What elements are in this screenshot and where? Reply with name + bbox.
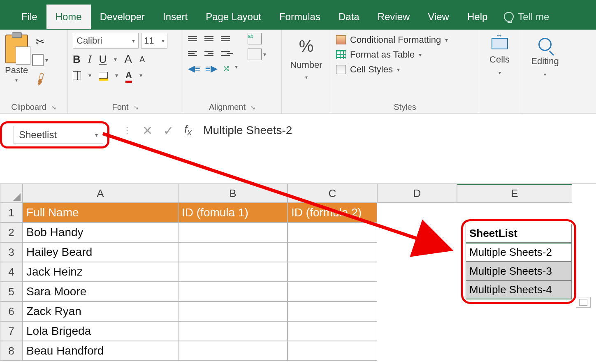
- cell-D1[interactable]: [377, 203, 457, 223]
- chevron-down-icon[interactable]: ▾: [15, 77, 18, 83]
- enter-formula-icon[interactable]: ✓: [163, 123, 174, 138]
- format-as-table-button[interactable]: Format as Table ▾: [336, 49, 474, 60]
- align-right-icon[interactable]: [221, 48, 233, 59]
- chevron-down-icon[interactable]: ▾: [235, 63, 238, 74]
- orientation-icon[interactable]: ⤭: [223, 63, 230, 74]
- cell-A7[interactable]: Lola Brigeda: [23, 321, 178, 341]
- tab-developer[interactable]: Developer: [91, 5, 154, 29]
- cell-D6[interactable]: [377, 301, 457, 321]
- cell-styles-button[interactable]: Cell Styles ▾: [336, 64, 474, 75]
- col-header-B[interactable]: B: [178, 184, 288, 203]
- row-header-8[interactable]: 8: [0, 341, 23, 361]
- chevron-down-icon[interactable]: ▾: [499, 70, 501, 76]
- sheetlist-item-2[interactable]: Multiple Sheets-4: [466, 281, 572, 299]
- cell-C5[interactable]: [288, 282, 377, 301]
- cell-A4[interactable]: Jack Heinz: [23, 262, 178, 282]
- cell-C2[interactable]: [288, 223, 377, 242]
- chevron-down-icon[interactable]: ▾: [263, 51, 266, 58]
- tab-page-layout[interactable]: Page Layout: [197, 5, 270, 29]
- underline-button[interactable]: U: [99, 53, 107, 66]
- cells-format-icon[interactable]: [492, 38, 508, 49]
- cell-A5[interactable]: Sara Moore: [23, 282, 178, 301]
- chevron-down-icon[interactable]: ▾: [544, 72, 546, 77]
- chevron-down-icon[interactable]: ▾: [88, 72, 91, 79]
- cell-B3[interactable]: [178, 242, 288, 262]
- col-header-E[interactable]: E: [457, 184, 572, 203]
- cell-D8[interactable]: [377, 341, 457, 361]
- chevron-down-icon[interactable]: ▾: [115, 72, 118, 79]
- tab-review[interactable]: Review: [369, 5, 419, 29]
- row-header-6[interactable]: 6: [0, 301, 23, 321]
- wrap-text-icon[interactable]: ab: [248, 33, 262, 44]
- cell-C3[interactable]: [288, 242, 377, 262]
- tab-help[interactable]: Help: [458, 5, 496, 29]
- cell-B2[interactable]: [178, 223, 288, 242]
- cell-B6[interactable]: [178, 301, 288, 321]
- cut-icon[interactable]: ✂: [36, 35, 45, 48]
- cell-E7[interactable]: [457, 321, 572, 341]
- row-header-7[interactable]: 7: [0, 321, 23, 341]
- borders-icon[interactable]: [73, 71, 81, 79]
- tab-view[interactable]: View: [419, 5, 458, 29]
- increase-font-icon[interactable]: A: [124, 53, 132, 66]
- paste-button[interactable]: Paste ▾: [5, 33, 28, 83]
- align-left-icon[interactable]: [188, 48, 200, 59]
- chevron-down-icon[interactable]: ▾: [95, 132, 98, 138]
- row-header-5[interactable]: 5: [0, 282, 23, 301]
- percent-icon[interactable]: %: [299, 37, 314, 56]
- fx-icon[interactable]: fx: [184, 123, 192, 138]
- tab-formulas[interactable]: Formulas: [270, 5, 329, 29]
- tell-me[interactable]: Tell me: [504, 11, 549, 23]
- cell-A6[interactable]: Zack Ryan: [23, 301, 178, 321]
- tab-data[interactable]: Data: [329, 5, 369, 29]
- cell-B5[interactable]: [178, 282, 288, 301]
- sheetlist-title-cell[interactable]: SheetList: [466, 224, 572, 243]
- sheetlist-item-1[interactable]: Multiple Sheets-3: [466, 262, 572, 281]
- format-painter-icon[interactable]: 🖌: [32, 70, 49, 88]
- sheetlist-item-0[interactable]: Multiple Sheets-2: [466, 243, 572, 262]
- cell-C8[interactable]: [288, 341, 377, 361]
- cell-B4[interactable]: [178, 262, 288, 282]
- cell-D5[interactable]: [377, 282, 457, 301]
- paste-options-icon[interactable]: [576, 297, 591, 308]
- cancel-formula-icon[interactable]: ✕: [142, 123, 153, 138]
- chevron-down-icon[interactable]: ▾: [45, 57, 48, 63]
- copy-icon[interactable]: [32, 54, 44, 66]
- cell-A3[interactable]: Hailey Beard: [23, 242, 178, 262]
- fill-color-icon[interactable]: [99, 72, 108, 79]
- cell-C7[interactable]: [288, 321, 377, 341]
- cell-A1[interactable]: Full Name: [23, 203, 178, 223]
- name-box[interactable]: Sheetlist ▾: [14, 126, 103, 144]
- font-size-select[interactable]: 11▾: [141, 33, 167, 49]
- dialog-launcher-icon[interactable]: ↘: [51, 104, 56, 111]
- tab-file[interactable]: File: [12, 5, 46, 29]
- find-icon[interactable]: [538, 38, 552, 51]
- cell-D7[interactable]: [377, 321, 457, 341]
- dialog-launcher-icon[interactable]: ↘: [250, 104, 255, 111]
- conditional-formatting-button[interactable]: Conditional Formatting ▾: [336, 35, 474, 45]
- chevron-down-icon[interactable]: ▾: [305, 74, 308, 80]
- cell-B8[interactable]: [178, 341, 288, 361]
- row-header-1[interactable]: 1: [0, 203, 23, 223]
- decrease-font-icon[interactable]: A: [139, 55, 145, 64]
- cell-E8[interactable]: [457, 341, 572, 361]
- cell-C1[interactable]: ID (formula 2): [288, 203, 377, 223]
- tab-home[interactable]: Home: [46, 5, 91, 29]
- chevron-down-icon[interactable]: ▾: [114, 56, 117, 63]
- align-center-icon[interactable]: [204, 48, 217, 59]
- italic-button[interactable]: I: [88, 53, 92, 65]
- cell-B7[interactable]: [178, 321, 288, 341]
- cell-C4[interactable]: [288, 262, 377, 282]
- dialog-launcher-icon[interactable]: ↘: [134, 104, 139, 111]
- cell-C6[interactable]: [288, 301, 377, 321]
- chevron-down-icon[interactable]: ▾: [139, 72, 142, 79]
- cell-D2[interactable]: [377, 223, 457, 242]
- tab-insert[interactable]: Insert: [154, 5, 197, 29]
- cell-E6[interactable]: [457, 301, 572, 321]
- cell-B1[interactable]: ID (fomula 1): [178, 203, 288, 223]
- col-header-C[interactable]: C: [288, 184, 377, 203]
- align-middle-icon[interactable]: [204, 33, 217, 44]
- merge-center-icon[interactable]: [248, 49, 262, 60]
- increase-indent-icon[interactable]: ≡▶: [205, 63, 218, 74]
- decrease-indent-icon[interactable]: ◀≡: [188, 63, 200, 74]
